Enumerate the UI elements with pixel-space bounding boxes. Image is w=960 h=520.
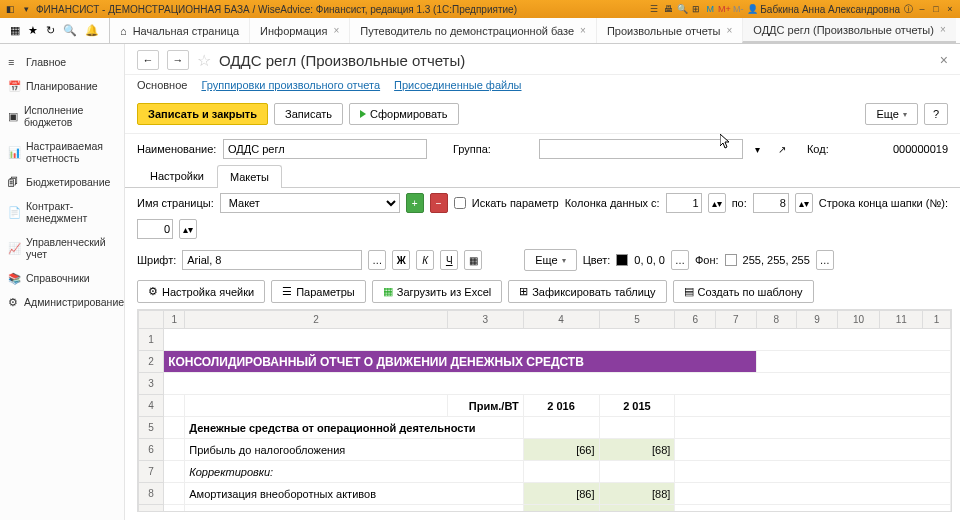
bg-swatch[interactable] xyxy=(725,254,737,266)
subtab-settings[interactable]: Настройки xyxy=(137,164,217,187)
close-page-icon[interactable]: × xyxy=(940,52,948,68)
content: ← → ☆ ОДДС регл (Произвольные отчеты) × … xyxy=(125,44,960,520)
group-label: Группа: xyxy=(453,143,533,155)
sidebar-item[interactable]: ≡Главное xyxy=(0,50,124,74)
close-icon[interactable]: × xyxy=(580,25,586,36)
bg-more-icon[interactable]: … xyxy=(816,250,834,270)
sidebar-item[interactable]: 📚Справочники xyxy=(0,266,124,290)
apps-icon[interactable]: ▦ xyxy=(10,24,20,37)
forward-button[interactable]: → xyxy=(167,50,189,70)
play-icon xyxy=(360,110,366,118)
help-button[interactable]: ? xyxy=(924,103,948,125)
name-input[interactable] xyxy=(223,139,427,159)
star-icon[interactable]: ★ xyxy=(28,24,38,37)
tool-icon[interactable]: M+ xyxy=(718,3,730,15)
search-icon[interactable]: 🔍 xyxy=(63,24,77,37)
group-open-icon[interactable]: ↗ xyxy=(773,139,791,159)
close-icon[interactable]: × xyxy=(333,25,339,36)
spreadsheet[interactable]: 1234567891011112КОНСОЛИДИРОВАННЫЙ ОТЧЕТ … xyxy=(137,309,952,512)
title-text: ФИНАНСИСТ - ДЕМОНСТРАЦИОННАЯ БАЗА / Wise… xyxy=(36,4,517,15)
more-button-2[interactable]: Еще xyxy=(524,249,576,271)
bold-button[interactable]: Ж xyxy=(392,250,410,270)
titlebar: ◧ ▾ ФИНАНСИСТ - ДЕМОНСТРАЦИОННАЯ БАЗА / … xyxy=(0,0,960,18)
form-button[interactable]: Сформировать xyxy=(349,103,459,125)
link-files[interactable]: Присоединенные файлы xyxy=(394,79,521,91)
favorite-icon[interactable]: ☆ xyxy=(197,51,211,70)
more-button[interactable]: Еще xyxy=(865,103,917,125)
underline-button[interactable]: Ч xyxy=(440,250,458,270)
params-button[interactable]: ☰Параметры xyxy=(271,280,366,303)
col-to-input[interactable] xyxy=(753,193,789,213)
fix-table-button[interactable]: ⊞Зафиксировать таблицу xyxy=(508,280,666,303)
spinner-icon[interactable]: ▴▾ xyxy=(795,193,813,213)
sidebar-item[interactable]: 📅Планирование xyxy=(0,74,124,98)
sidebar-item[interactable]: ⚙Администрирование xyxy=(0,290,124,314)
save-button[interactable]: Записать xyxy=(274,103,343,125)
spinner-icon[interactable]: ▴▾ xyxy=(708,193,726,213)
tool-icon[interactable]: M- xyxy=(732,3,744,15)
back-button[interactable]: ← xyxy=(137,50,159,70)
page-name-select[interactable]: Макет xyxy=(220,193,400,213)
search-param-label: Искать параметр xyxy=(472,197,559,209)
search-param-checkbox[interactable] xyxy=(454,197,466,209)
header-end-input[interactable] xyxy=(137,219,173,239)
tab-item[interactable]: Произвольные отчеты× xyxy=(596,18,742,43)
close-icon[interactable]: × xyxy=(940,24,946,35)
group-select-icon[interactable]: ▾ xyxy=(749,139,767,159)
nav-icon: 📅 xyxy=(8,80,20,92)
add-page-button[interactable]: + xyxy=(406,193,424,213)
tool-icon[interactable]: 🔍 xyxy=(676,3,688,15)
nav-icon: 📄 xyxy=(8,206,20,218)
subtab-layouts[interactable]: Макеты xyxy=(217,165,282,188)
template-button[interactable]: ▤Создать по шаблону xyxy=(673,280,814,303)
col-from-input[interactable] xyxy=(666,193,702,213)
tool-icon[interactable]: M xyxy=(704,3,716,15)
nav-icon: ⚙ xyxy=(8,296,18,308)
color-value: 0, 0, 0 xyxy=(634,254,665,266)
col-from-label: Колонка данных с: xyxy=(565,197,660,209)
font-more-icon[interactable]: … xyxy=(368,250,386,270)
nav-icon: ▣ xyxy=(8,110,18,122)
color-more-icon[interactable]: … xyxy=(671,250,689,270)
bg-value: 255, 255, 255 xyxy=(743,254,810,266)
page-name-label: Имя страницы: xyxy=(137,197,214,209)
color-swatch[interactable] xyxy=(616,254,628,266)
sidebar-item[interactable]: 🗐Бюджетирование xyxy=(0,170,124,194)
group-input[interactable] xyxy=(539,139,743,159)
italic-button[interactable]: К xyxy=(416,250,434,270)
bell-icon[interactable]: 🔔 xyxy=(85,24,99,37)
font-input[interactable] xyxy=(182,250,362,270)
excel-button[interactable]: ▦Загрузить из Excel xyxy=(372,280,502,303)
down-icon[interactable]: ▾ xyxy=(20,3,32,15)
tab-home[interactable]: ⌂ Начальная страница xyxy=(109,18,249,43)
close-icon[interactable]: × xyxy=(944,3,956,15)
link-groups[interactable]: Группировки произвольного отчета xyxy=(201,79,380,91)
save-close-button[interactable]: Записать и закрыть xyxy=(137,103,268,125)
col-to-label: по: xyxy=(732,197,747,209)
tab-item[interactable]: Путеводитель по демонстрационной базе× xyxy=(349,18,596,43)
tool-icon[interactable]: ⊞ xyxy=(690,3,702,15)
home-icon: ⌂ xyxy=(120,25,127,37)
nav-icon: 📊 xyxy=(8,146,20,158)
font-label: Шрифт: xyxy=(137,254,176,266)
close-icon[interactable]: × xyxy=(727,25,733,36)
sidebar-item[interactable]: ▣Исполнение бюджетов xyxy=(0,98,124,134)
remove-page-button[interactable]: − xyxy=(430,193,448,213)
tool-icon[interactable]: 🖶 xyxy=(662,3,674,15)
tab-item[interactable]: ОДДС регл (Произвольные отчеты)× xyxy=(742,18,955,43)
info-icon[interactable]: ⓘ xyxy=(902,3,914,15)
template-icon: ▤ xyxy=(684,285,694,298)
nav-icon: 📚 xyxy=(8,272,20,284)
sidebar-item[interactable]: 📈Управленческий учет xyxy=(0,230,124,266)
cell-settings-button[interactable]: ⚙Настройка ячейки xyxy=(137,280,265,303)
tab-item[interactable]: Информация× xyxy=(249,18,349,43)
tool-icon[interactable]: ☰ xyxy=(648,3,660,15)
sidebar-item[interactable]: 📊Настраиваемая отчетность xyxy=(0,134,124,170)
minimize-icon[interactable]: – xyxy=(916,3,928,15)
maximize-icon[interactable]: □ xyxy=(930,3,942,15)
sidebar-item[interactable]: 📄Контракт-менеджмент xyxy=(0,194,124,230)
spinner-icon[interactable]: ▴▾ xyxy=(179,219,197,239)
link-main[interactable]: Основное xyxy=(137,79,187,91)
history-icon[interactable]: ↻ xyxy=(46,24,55,37)
grid-button[interactable]: ▦ xyxy=(464,250,482,270)
